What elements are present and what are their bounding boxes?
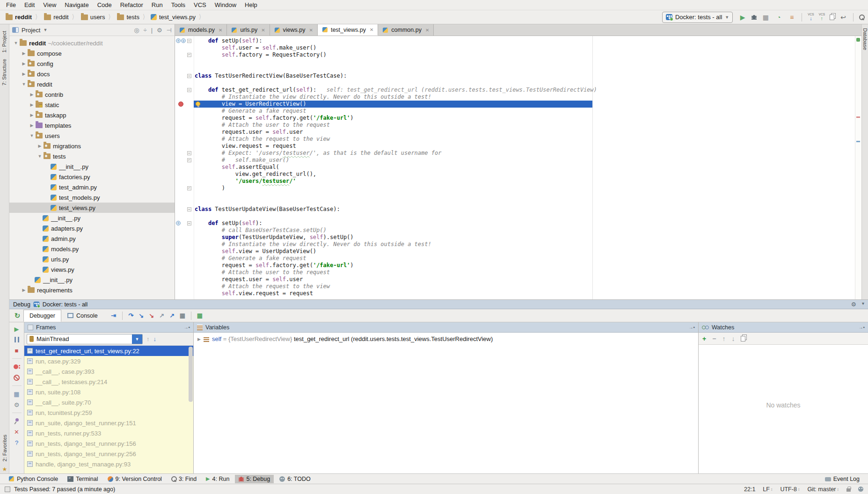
tree-item-users[interactable]: ▼users xyxy=(9,131,175,141)
toolwindow-button-6-todo[interactable]: 6: TODO xyxy=(276,475,314,483)
frame-item[interactable]: __call__, testcases.py:214 xyxy=(24,377,193,387)
profiler-button[interactable]: ◔ xyxy=(774,13,783,22)
resume-button[interactable]: ▶ xyxy=(13,325,21,333)
fold-marker[interactable]: − xyxy=(187,39,191,43)
locate-file-button[interactable]: ◎ xyxy=(134,27,139,34)
move-watch-up-button[interactable]: ↑ xyxy=(722,335,725,342)
previous-frame-button[interactable]: ↑ xyxy=(146,335,150,342)
frame-item[interactable]: test_get_redirect_url, test_views.py:22 xyxy=(24,346,193,356)
toolwindow-button-4-run[interactable]: ▶4: Run xyxy=(202,475,233,483)
settings-button[interactable]: ⚙ xyxy=(157,27,162,34)
collapse-all-button[interactable]: ÷ xyxy=(143,27,146,34)
pin-tab-button[interactable] xyxy=(13,417,21,425)
view-breakpoints-button[interactable] xyxy=(13,363,21,370)
debug-tab-debugger[interactable]: Debugger xyxy=(23,310,61,322)
stop-button[interactable]: ■ xyxy=(13,347,21,354)
hide-icon[interactable]: ▾ xyxy=(862,301,864,308)
frame-item[interactable]: run_tests, django_test_runner.py:156 xyxy=(24,438,193,449)
hide-panel-button[interactable]: ⊣ xyxy=(167,27,172,34)
close-icon[interactable]: ✕ xyxy=(425,28,429,33)
project-panel-title[interactable]: Project xyxy=(22,27,40,34)
tree-item-models.py[interactable]: models.py xyxy=(9,244,175,254)
step-out-button[interactable]: ↗ xyxy=(157,312,167,319)
restore-layout-button[interactable]: ▦ xyxy=(13,390,21,398)
menu-item-edit[interactable]: Edit xyxy=(20,0,39,9)
line-ending-select[interactable]: LF↕ xyxy=(763,486,773,493)
inspection-status-icon[interactable] xyxy=(856,38,860,42)
tree-item-__init__.py[interactable]: __init__.py xyxy=(9,213,175,223)
expand-arrow-icon[interactable]: ▶ xyxy=(197,337,201,341)
breadcrumb-item[interactable]: tests xyxy=(115,13,140,22)
gear-icon[interactable]: ⚙ xyxy=(851,301,856,308)
close-icon[interactable]: ✕ xyxy=(370,27,373,32)
vcs-commit-button[interactable]: VCS↑ xyxy=(819,13,825,21)
frames-scrollbar[interactable] xyxy=(189,347,193,402)
toolwindow-button-5-debug[interactable]: 5: Debug xyxy=(235,475,274,483)
fold-end-marker[interactable]: ⌐ xyxy=(187,53,191,57)
frame-item[interactable]: __call__, case.py:393 xyxy=(24,366,193,377)
settings-layout-button[interactable]: ▦ xyxy=(195,312,205,319)
close-icon[interactable]: ✕ xyxy=(309,28,313,33)
next-frame-button[interactable]: ↓ xyxy=(153,335,157,342)
frame-item[interactable]: run, tcunittest.py:259 xyxy=(24,407,193,418)
tree-item-test_admin.py[interactable]: test_admin.py xyxy=(9,182,175,192)
menu-item-tools[interactable]: Tools xyxy=(167,0,190,9)
step-into-button[interactable]: ↘ xyxy=(136,312,146,319)
close-icon[interactable]: ✕ xyxy=(219,28,222,33)
tree-item-requirements[interactable]: ▶requirements xyxy=(9,285,175,295)
show-execution-point-button[interactable]: ⇥ xyxy=(109,312,119,319)
run-configurations-button[interactable]: ≡ xyxy=(788,13,796,22)
tool-button-project[interactable]: 1: Project xyxy=(1,31,7,52)
breadcrumb-item[interactable]: reddit xyxy=(4,13,33,22)
fold-marker[interactable]: − xyxy=(187,221,191,225)
breakpoint-icon[interactable] xyxy=(178,102,183,107)
frame-item[interactable]: run_tests, runner.py:533 xyxy=(24,428,193,438)
breadcrumb-item[interactable]: users xyxy=(79,13,106,22)
frame-item[interactable]: run, case.py:329 xyxy=(24,356,193,366)
debugger-settings-button[interactable]: ⚙ xyxy=(13,401,21,408)
run-button[interactable]: ▶ xyxy=(738,13,747,22)
hide-panel-icon[interactable]: →▪ xyxy=(858,325,865,330)
code-line[interactable]: view = UserRedirectView() xyxy=(175,101,861,108)
tree-item-test_models.py[interactable]: test_models.py xyxy=(9,192,175,203)
search-everywhere-button[interactable] xyxy=(859,15,864,20)
override-method-icon[interactable]: ↑ xyxy=(176,38,181,43)
tree-item-reddit[interactable]: ▼reddit xyxy=(9,79,175,89)
thread-selector[interactable]: MainThread ▼ xyxy=(27,334,143,344)
hide-panel-icon[interactable]: →▪ xyxy=(183,325,190,330)
evaluate-expression-button[interactable]: ▦ xyxy=(177,312,188,319)
tree-item-config[interactable]: ▶config xyxy=(9,58,175,69)
override-method-icon[interactable]: ↑ xyxy=(176,221,181,225)
chevron-down-icon[interactable]: ▼ xyxy=(43,28,47,32)
overridden-method-icon[interactable]: ↓ xyxy=(181,38,186,43)
menu-item-view[interactable]: View xyxy=(39,0,60,9)
fold-marker[interactable]: − xyxy=(187,207,191,211)
tree-item-urls.py[interactable]: urls.py xyxy=(9,254,175,264)
editor-scrollbar[interactable] xyxy=(855,36,861,299)
tree-item-static[interactable]: ▶static xyxy=(9,100,175,110)
rerun-icon[interactable]: ↻ xyxy=(11,312,23,320)
frame-item[interactable]: __call__, suite.py:70 xyxy=(24,397,193,407)
run-with-coverage-button[interactable]: ▦ xyxy=(761,13,770,22)
toolwindow-button-terminal[interactable]: Terminal xyxy=(64,475,102,483)
pause-button[interactable] xyxy=(13,336,21,343)
move-watch-down-button[interactable]: ↓ xyxy=(731,335,735,342)
fold-marker[interactable]: − xyxy=(187,151,191,155)
git-branch-select[interactable]: Git: master↕ xyxy=(807,486,839,493)
remove-watch-button[interactable]: − xyxy=(712,335,716,342)
breadcrumb-item[interactable]: reddit xyxy=(42,13,70,22)
tree-item-views.py[interactable]: views.py xyxy=(9,264,175,275)
tree-item-tests[interactable]: ▼tests xyxy=(9,151,175,161)
variable-row[interactable]: ▶ self = {TestUserRedirectView} test_get… xyxy=(194,333,698,345)
add-watch-button[interactable]: + xyxy=(702,335,706,342)
editor-tab-views-py[interactable]: views.py✕ xyxy=(270,24,318,36)
editor-tab-test_views-py[interactable]: test_views.py✕ xyxy=(318,24,378,36)
frame-item[interactable]: run_suite, django_test_runner.py:151 xyxy=(24,418,193,428)
error-stripe-mark[interactable] xyxy=(856,116,860,118)
duplicate-watch-button[interactable] xyxy=(741,336,745,341)
menu-item-run[interactable]: Run xyxy=(147,0,167,9)
toolwindow-button-python-console[interactable]: Python Console xyxy=(5,475,62,483)
run-to-cursor-button[interactable]: ↗ xyxy=(167,312,177,319)
toolwindow-button-event-log[interactable]: Event Log xyxy=(821,475,863,483)
tree-item-templates[interactable]: ▶templates xyxy=(9,120,175,131)
